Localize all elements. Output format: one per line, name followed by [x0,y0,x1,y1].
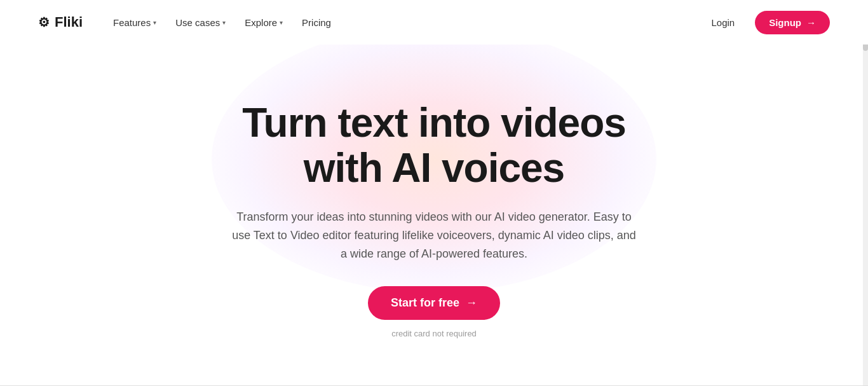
features-chevron-icon: ▾ [153,19,156,26]
logo[interactable]: ⚙ Fliki [38,14,83,31]
nav-left: ⚙ Fliki Features ▾ Use cases ▾ Explore ▾… [38,12,339,33]
logo-icon: ⚙ [38,15,50,30]
hero-content: Turn text into videos with AI voices Tra… [231,100,637,338]
signup-arrow-icon: → [806,17,816,28]
signup-label: Signup [769,17,801,28]
hero-section: Turn text into videos with AI voices Tra… [0,45,868,369]
use-cases-chevron-icon: ▾ [222,19,226,26]
login-button[interactable]: Login [701,12,745,33]
scrollbar[interactable] [863,0,868,386]
explore-label: Explore [245,17,277,28]
signup-button[interactable]: Signup → [755,11,830,34]
nav-links: Features ▾ Use cases ▾ Explore ▾ Pricing [105,12,339,33]
hero-title-line2: with AI voices [304,145,564,191]
start-for-free-button[interactable]: Start for free → [368,286,500,320]
explore-chevron-icon: ▾ [280,19,283,26]
use-cases-label: Use cases [175,17,220,28]
login-label: Login [711,17,735,28]
pricing-label: Pricing [302,17,331,28]
hero-title-line1: Turn text into videos [242,100,626,146]
nav-pricing[interactable]: Pricing [294,12,339,33]
features-label: Features [113,17,151,28]
nav-features[interactable]: Features ▾ [105,12,164,33]
brand-name: Fliki [55,14,83,31]
nav-explore[interactable]: Explore ▾ [237,12,290,33]
credit-note: credit card not required [231,329,637,338]
navbar: ⚙ Fliki Features ▾ Use cases ▾ Explore ▾… [0,0,868,45]
hero-title: Turn text into videos with AI voices [231,100,637,190]
start-btn-label: Start for free [391,296,459,310]
start-btn-arrow-icon: → [466,296,477,310]
hero-subtitle: Transform your ideas into stunning video… [231,208,637,263]
nav-right: Login Signup → [701,11,830,34]
nav-use-cases[interactable]: Use cases ▾ [168,12,233,33]
